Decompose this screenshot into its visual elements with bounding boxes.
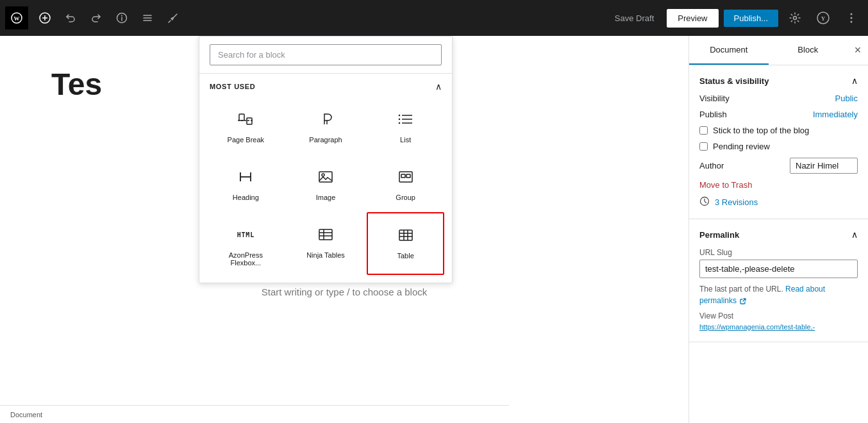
permalink-section: Permalink ∧ URL Slug The last part of th… [689,219,868,342]
move-to-trash-link[interactable]: Move to Trash [699,180,752,190]
collapse-icon: ∧ [435,81,442,92]
publish-row: Publish Immediately [699,110,858,119]
block-item-ninja-tables[interactable]: Ninja Tables [287,212,365,275]
svg-point-17 [851,21,853,23]
ninja-tables-icon [314,223,337,246]
status-visibility-section: Status & visibility ∧ Visibility Public … [689,65,868,219]
url-slug-input[interactable] [699,260,858,278]
block-item-paragraph[interactable]: Paragraph [287,97,365,152]
heading-icon [234,165,257,188]
editor-placeholder: Start writing or type / to choose a bloc… [51,286,637,297]
url-slug-label: URL Slug [699,248,732,257]
block-label-ninja-tables: Ninja Tables [306,251,345,259]
block-label-image: Image [316,194,336,201]
visibility-row: Visibility Public [699,94,858,103]
svg-point-8 [121,15,122,17]
most-used-header: Most used ∧ [199,74,452,97]
stick-top-label: Stick to the top of the blog [713,126,809,135]
table-icon [394,224,417,247]
visibility-label: Visibility [699,94,730,103]
most-used-label: Most used [210,83,255,90]
svg-text:W: W [14,15,20,22]
status-section-title: Status & visibility [699,76,769,86]
svg-text:Y: Y [821,15,826,22]
author-label: Author [699,161,724,170]
view-post-row: View Post https://wpmanagenia.com/test-t… [699,311,858,331]
tab-document[interactable]: Document [689,36,769,65]
block-item-azonpress[interactable]: HTML AzonPress Flexbox... [207,212,285,275]
block-inserter-body: Most used ∧ [199,74,452,283]
url-slug-field: URL Slug [699,247,858,278]
undo-button[interactable] [59,6,82,29]
block-label-table: Table [397,252,414,260]
revisions-row: 3 Revisions [699,196,858,208]
status-section-header: Status & visibility ∧ [699,76,858,86]
svg-point-33 [322,174,324,176]
status-collapse-button[interactable]: ∧ [851,76,858,86]
stick-top-checkbox[interactable] [699,126,708,135]
list-view-button[interactable] [136,6,159,29]
group-icon [394,165,417,188]
view-post-label: View Post [699,311,858,320]
block-grid: Page Break Paragraph [199,97,452,283]
block-label-azonpress: AzonPress Flexbox... [213,251,279,267]
sidebar-close-button[interactable]: × [847,40,868,61]
yoast-button[interactable]: Y [812,6,835,29]
image-icon [314,165,337,188]
pending-review-label: Pending review [713,142,770,151]
settings-button[interactable] [783,6,806,29]
block-label-heading: Heading [233,194,259,201]
wp-logo[interactable]: W [5,6,28,29]
read-about-link[interactable]: Read about [785,285,825,294]
permalink-note: The last part of the URL. Read about per… [699,283,858,306]
azonpress-icon: HTML [234,223,257,246]
svg-point-15 [851,13,853,15]
author-select[interactable]: Nazir Himel [790,158,858,174]
block-item-heading[interactable]: Heading [207,154,285,210]
block-label-list: List [400,136,411,144]
author-row: Author Nazir Himel [699,158,858,174]
permalinks-link[interactable]: permalinks [699,296,746,305]
main-layout: Tes Most used ∧ [0,36,868,423]
svg-rect-41 [399,230,412,240]
revisions-link[interactable]: 3 Revisions [715,197,758,207]
save-draft-button[interactable]: Save Draft [607,10,662,27]
permalink-header: Permalink ∧ [699,229,858,240]
bottom-bar-label: Document [10,411,42,419]
pending-review-checkbox[interactable] [699,142,708,151]
add-block-topbar-button[interactable] [33,6,56,29]
svg-rect-35 [401,174,405,178]
tab-block[interactable]: Block [769,36,848,65]
block-item-table[interactable]: Table [367,212,444,275]
block-item-page-break[interactable]: Page Break [207,97,285,152]
more-options-button[interactable] [840,6,863,29]
tools-button[interactable] [162,6,185,29]
block-search-input[interactable] [210,44,442,65]
sidebar-tabs: Document Block × [689,36,868,65]
info-button[interactable] [110,6,133,29]
publish-button[interactable]: Publish... [724,10,778,27]
block-item-list[interactable]: List [367,97,444,152]
svg-rect-20 [247,118,252,124]
revisions-icon [699,196,710,208]
block-item-group[interactable]: Group [367,154,444,210]
svg-rect-18 [239,114,244,120]
svg-point-16 [851,17,853,19]
permalink-collapse-button[interactable]: ∧ [851,229,858,240]
right-sidebar: Document Block × Status & visibility ∧ V… [689,36,868,423]
block-label-page-break: Page Break [228,136,264,144]
editor-area[interactable]: Tes Most used ∧ [0,36,689,423]
stick-top-row: Stick to the top of the blog [699,126,858,135]
pending-review-row: Pending review [699,142,858,151]
top-bar-right: Save Draft Preview Publish... Y [607,6,863,29]
bottom-bar: Document [0,405,509,423]
collapse-section-button[interactable]: ∧ [435,81,442,92]
visibility-value[interactable]: Public [835,94,858,103]
list-icon [394,108,417,131]
block-item-image[interactable]: Image [287,154,365,210]
publish-value[interactable]: Immediately [813,110,858,119]
redo-button[interactable] [85,6,108,29]
preview-button[interactable]: Preview [667,9,718,28]
block-inserter-popup: Most used ∧ [199,36,453,283]
view-post-url[interactable]: https://wpmanagenia.com/test-table,- [699,323,815,331]
